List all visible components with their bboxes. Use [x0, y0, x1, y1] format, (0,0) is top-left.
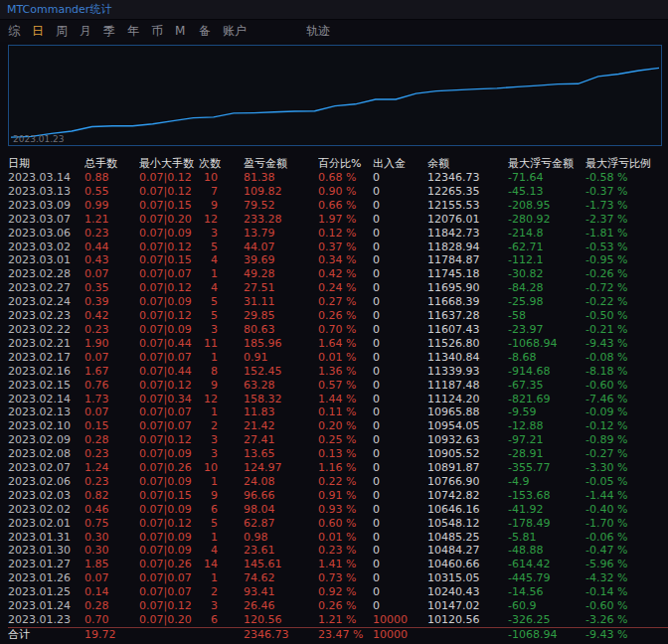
profit-amount-cell: 0.91	[244, 351, 318, 365]
count-cell: 1	[199, 571, 244, 585]
max-float-loss-percent-cell: -0.08 %	[585, 351, 660, 365]
table-row[interactable]: 2023.02.270.350.07|0.12427.510.24 %01169…	[8, 281, 668, 295]
table-row[interactable]: 2023.01.230.700.07|0.206120.561.21 %1000…	[8, 613, 668, 627]
table-row[interactable]: 2023.02.060.230.07|0.09124.080.22 %01076…	[8, 475, 668, 489]
table-row[interactable]: 2023.02.150.760.07|0.12963.280.57 %01118…	[8, 379, 668, 393]
menu-item-轨迹[interactable]: 轨迹	[306, 23, 330, 40]
table-row[interactable]: 2023.03.060.230.07|0.09313.790.12 %01184…	[8, 227, 668, 241]
date-cell: 2023.01.24	[8, 599, 84, 613]
minmax-lots-cell: 0.07|0.09	[139, 447, 199, 461]
equity-curve-chart[interactable]: 2023.01.23	[8, 45, 662, 146]
table-row[interactable]: 2023.02.230.420.07|0.12529.850.26 %01163…	[8, 309, 668, 323]
menu-item-M[interactable]: M	[175, 24, 187, 38]
percent-cell: 0.66 %	[318, 199, 373, 213]
table-row[interactable]: 2023.03.010.430.07|0.15439.690.34 %01178…	[8, 253, 668, 267]
table-row[interactable]: 2023.02.220.230.07|0.09380.630.70 %01160…	[8, 323, 668, 337]
menu-item-综[interactable]: 综	[8, 23, 20, 40]
table-row[interactable]: 2023.01.240.280.07|0.12326.460.26 %01014…	[8, 599, 668, 613]
table-row[interactable]: 2023.02.090.280.07|0.12327.410.25 %01093…	[8, 433, 668, 447]
table-row[interactable]: 2023.03.071.210.07|0.2012233.281.97 %012…	[8, 213, 668, 227]
header-max-float-loss-percent-cell[interactable]: 最大浮亏比例	[585, 157, 660, 171]
cashflow-cell: 0	[373, 503, 427, 517]
table-row[interactable]: 2023.03.140.880.07|0.121081.380.68 %0123…	[8, 171, 668, 185]
max-float-loss-cell: -41.92	[508, 503, 585, 517]
menu-item-账户[interactable]: 账户	[223, 23, 247, 40]
menu-item-日[interactable]: 日	[32, 23, 44, 40]
table-row[interactable]: 2023.02.071.240.07|0.2610124.971.16 %010…	[8, 461, 668, 475]
menu-item-币[interactable]: 币	[151, 23, 163, 40]
minmax-lots-cell: 0.07|0.09	[139, 295, 199, 309]
header-date-cell[interactable]: 日期	[8, 157, 84, 171]
cashflow-cell: 0	[373, 199, 427, 213]
menu-item-月[interactable]: 月	[80, 23, 91, 40]
total-lots-cell: 0.76	[84, 379, 139, 393]
table-row[interactable]: 2023.03.090.990.07|0.15979.520.66 %01215…	[8, 199, 668, 213]
max-float-loss-cell: -208.95	[508, 199, 585, 213]
max-float-loss-percent-cell: -0.60 %	[585, 379, 660, 393]
title-bar: MTCommander统计	[0, 0, 668, 20]
cashflow-cell: 10000	[373, 628, 427, 642]
table-row[interactable]: 2023.02.020.460.07|0.09698.040.93 %01064…	[8, 503, 668, 517]
table-row[interactable]: 2023.02.130.070.07|0.07111.830.11 %01096…	[8, 405, 668, 419]
header-percent-cell[interactable]: 百分比%	[318, 157, 373, 171]
table-row[interactable]: 2023.03.020.440.07|0.12544.070.37 %01182…	[8, 241, 668, 254]
cashflow-cell: 0	[373, 558, 427, 571]
table-row[interactable]: 2023.02.030.820.07|0.15996.660.91 %01074…	[8, 489, 668, 503]
menu-item-年[interactable]: 年	[127, 23, 139, 40]
menu-item-周[interactable]: 周	[56, 23, 68, 40]
cashflow-cell: 0	[373, 267, 427, 281]
total-lots-cell: 0.70	[84, 613, 139, 627]
profit-amount-cell: 0.98	[244, 531, 318, 545]
profit-amount-cell: 81.38	[244, 171, 318, 185]
table-row[interactable]: 2023.01.300.300.07|0.09423.610.23 %01048…	[8, 544, 668, 558]
header-total-lots-cell[interactable]: 总手数	[84, 157, 139, 171]
date-cell: 2023.03.14	[8, 171, 84, 185]
date-cell: 2023.02.23	[8, 309, 84, 323]
table-row[interactable]: 2023.02.010.750.07|0.12562.870.60 %01054…	[8, 517, 668, 531]
date-cell: 2023.03.02	[8, 241, 84, 254]
header-max-float-loss-cell[interactable]: 最大浮亏金额	[508, 157, 585, 171]
table-row[interactable]: 2023.01.260.070.07|0.07174.620.73 %01031…	[8, 571, 668, 585]
header-profit-amount-cell[interactable]: 盈亏金额	[244, 157, 318, 171]
date-cell: 合计	[8, 628, 84, 642]
header-cashflow-cell[interactable]: 出入金	[373, 157, 427, 171]
balance-cell: 11526.80	[427, 337, 508, 351]
total-lots-cell: 0.14	[84, 585, 139, 599]
table-row[interactable]: 2023.02.280.070.07|0.07149.280.42 %01174…	[8, 267, 668, 281]
table-row[interactable]: 2023.02.100.150.07|0.07221.420.20 %01095…	[8, 419, 668, 433]
table-row[interactable]: 2023.02.080.230.07|0.09313.650.13 %01090…	[8, 447, 668, 461]
percent-cell: 0.73 %	[318, 571, 373, 585]
count-cell: 4	[199, 253, 244, 267]
table-row[interactable]: 2023.01.250.140.07|0.07293.410.92 %01024…	[8, 585, 668, 599]
header-count-cell[interactable]: 次数	[199, 157, 244, 171]
balance-cell: 10954.05	[427, 419, 508, 433]
count-cell: 3	[199, 433, 244, 447]
table-row[interactable]: 2023.02.170.070.07|0.0710.910.01 %011340…	[8, 351, 668, 365]
date-cell: 2023.02.13	[8, 405, 84, 419]
table-row[interactable]: 2023.02.141.730.07|0.3412158.321.44 %011…	[8, 393, 668, 406]
profit-amount-cell: 124.97	[244, 461, 318, 475]
date-cell: 2023.02.21	[8, 337, 84, 351]
cashflow-cell: 0	[373, 393, 427, 406]
cashflow-cell: 0	[373, 351, 427, 365]
header-balance-cell[interactable]: 余额	[427, 157, 508, 171]
table-row[interactable]: 2023.01.310.300.07|0.0910.980.01 %010485…	[8, 531, 668, 545]
count-cell: 5	[199, 295, 244, 309]
minmax-lots-cell: 0.07|0.44	[139, 365, 199, 379]
max-float-loss-cell: -58	[508, 309, 585, 323]
table-row[interactable]: 2023.02.161.670.07|0.448152.451.36 %0113…	[8, 365, 668, 379]
header-minmax-lots-cell[interactable]: 最小大手数	[139, 157, 199, 171]
menu-item-备[interactable]: 备	[199, 23, 211, 40]
balance-cell: 11124.20	[427, 393, 508, 406]
date-cell: 2023.02.28	[8, 267, 84, 281]
date-cell: 2023.02.10	[8, 419, 84, 433]
date-cell: 2023.02.22	[8, 323, 84, 337]
profit-amount-cell: 120.56	[244, 613, 318, 627]
menu-item-季[interactable]: 季	[103, 23, 115, 40]
minmax-lots-cell: 0.07|0.12	[139, 241, 199, 254]
table-row[interactable]: 2023.01.271.850.07|0.2614145.611.41 %010…	[8, 558, 668, 571]
max-float-loss-percent-cell: -0.40 %	[585, 503, 660, 517]
table-row[interactable]: 2023.03.130.550.07|0.127109.820.90 %0122…	[8, 185, 668, 199]
table-row[interactable]: 2023.02.211.900.07|0.4411185.961.64 %011…	[8, 337, 668, 351]
table-row[interactable]: 2023.02.240.390.07|0.09531.110.27 %01166…	[8, 295, 668, 309]
